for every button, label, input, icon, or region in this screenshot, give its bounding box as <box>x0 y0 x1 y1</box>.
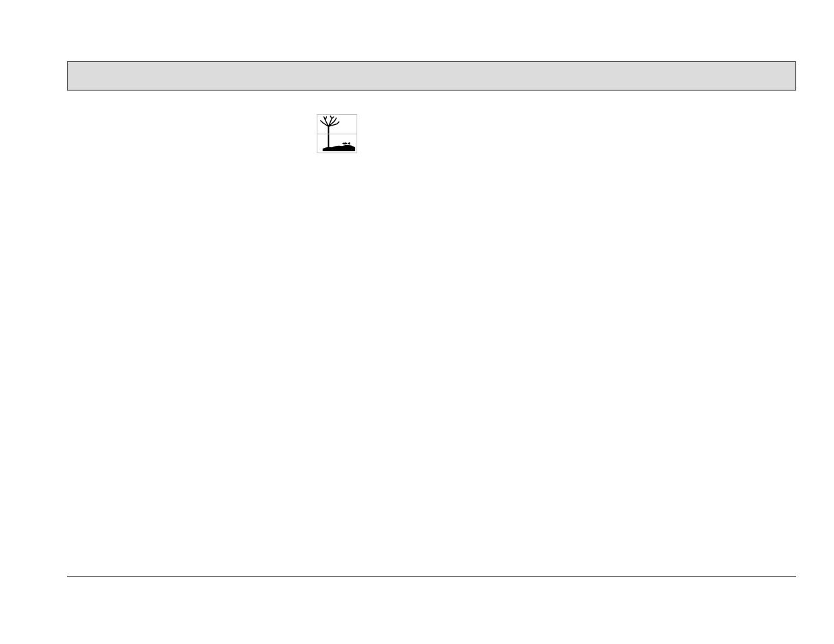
footer-divider <box>67 576 796 577</box>
environmental-hazard-pictogram <box>317 114 357 153</box>
svg-point-0 <box>344 142 345 144</box>
divider-line <box>317 134 357 134</box>
header-bar <box>67 61 796 90</box>
